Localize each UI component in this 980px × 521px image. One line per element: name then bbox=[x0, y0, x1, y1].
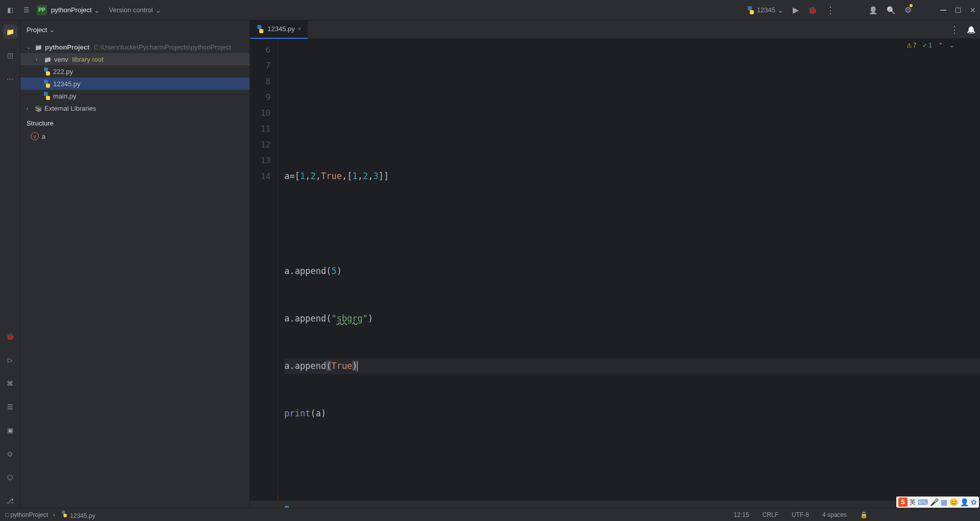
run-tool-icon[interactable]: ▷ bbox=[3, 353, 17, 367]
tree-root[interactable]: ⌄ pythonProject C:\Users\lucke\PycharmPr… bbox=[20, 41, 250, 53]
python-icon bbox=[43, 67, 51, 76]
editor[interactable]: 7 1 ⌃ ⌄ 6 7 8 9 10 11 12 13 14 a=[1,2,Tr… bbox=[250, 39, 980, 501]
settings-icon[interactable] bbox=[904, 5, 912, 15]
cursor-position[interactable]: 12:15 bbox=[734, 511, 749, 518]
tree-venv[interactable]: › venv library root bbox=[20, 53, 250, 65]
tree-file[interactable]: 222.py bbox=[20, 65, 250, 78]
python-icon bbox=[43, 80, 51, 88]
project-selector[interactable]: pythonProject bbox=[51, 6, 100, 14]
editor-tabs: 12345.py × bbox=[250, 20, 980, 39]
warnings-badge[interactable]: 7 bbox=[906, 42, 917, 49]
hexagon-tool-icon[interactable]: ⬡ bbox=[3, 470, 17, 484]
project-type-icon: PP bbox=[37, 5, 47, 15]
ime-tool-icon[interactable]: ⌨ bbox=[918, 498, 928, 506]
terminal-tool-icon[interactable]: ▣ bbox=[3, 423, 17, 437]
python-icon bbox=[61, 511, 68, 517]
chevron-down-icon: ⌄ bbox=[27, 44, 33, 50]
readonly-lock-icon[interactable]: 🔒 bbox=[860, 511, 868, 518]
ime-tool-icon[interactable]: 😊 bbox=[949, 498, 958, 506]
ime-toolbar[interactable]: S 英 ⌨ 🎤 ▦ 😊 👤 ✿ bbox=[896, 497, 979, 508]
ime-tool-icon[interactable]: 👤 bbox=[960, 498, 969, 506]
vcs-tool-icon[interactable]: ⎇ bbox=[3, 493, 17, 508]
chevron-right-icon: › bbox=[27, 106, 33, 111]
more-actions-icon[interactable] bbox=[826, 5, 835, 16]
ime-tool-icon[interactable]: 🎤 bbox=[930, 498, 939, 506]
code-area[interactable]: a=[1,2,True,[1,2,3]] a.append(5) a.appen… bbox=[278, 39, 980, 501]
editor-tab[interactable]: 12345.py × bbox=[250, 20, 308, 39]
statusbar: □ pythonProject › 12345.py 12:15 CRLF UT… bbox=[0, 508, 980, 521]
python-icon bbox=[43, 92, 51, 100]
project-name: pythonProject bbox=[51, 6, 92, 14]
main-area: 12345.py × 7 1 ⌃ ⌄ 6 7 8 9 10 11 12 bbox=[250, 20, 980, 508]
project-sidebar: Project ⌄ pythonProject C:\Users\lucke\P… bbox=[20, 20, 250, 508]
structure-panel-header[interactable]: Structure bbox=[20, 116, 250, 130]
sogou-logo-icon: S bbox=[898, 498, 908, 507]
minimize-button[interactable] bbox=[940, 10, 946, 11]
debug-panel: Debug 12345 × Threads & Variables Consol… bbox=[250, 501, 980, 508]
indent-settings[interactable]: 4 spaces bbox=[822, 511, 847, 518]
main-menu-icon[interactable]: ☰ bbox=[20, 4, 33, 16]
titlebar: ◧ ☰ PP pythonProject Version control 123… bbox=[0, 0, 980, 20]
tree-file[interactable]: main.py bbox=[20, 90, 250, 102]
close-tab-icon[interactable]: × bbox=[298, 26, 302, 33]
inspection-badges: 7 1 ⌃ ⌄ bbox=[906, 42, 954, 49]
debug-tool-icon[interactable]: 🐞 bbox=[3, 329, 17, 343]
search-everywhere-icon[interactable] bbox=[887, 6, 895, 14]
run-config-selector[interactable]: 12345 bbox=[747, 6, 783, 14]
folder-icon bbox=[44, 56, 52, 63]
project-tool-icon[interactable]: 📁 bbox=[3, 24, 17, 39]
debug-panel-header: Debug 12345 × bbox=[250, 501, 980, 508]
editor-more-icon[interactable] bbox=[947, 22, 962, 37]
next-problem-icon[interactable]: ⌄ bbox=[949, 42, 954, 49]
chevron-right-icon: › bbox=[36, 57, 42, 62]
maximize-button[interactable] bbox=[955, 8, 961, 13]
ime-tool-icon[interactable]: ✿ bbox=[971, 498, 977, 506]
file-encoding[interactable]: UTF-8 bbox=[792, 511, 809, 518]
python-console-icon[interactable]: ⌘ bbox=[3, 376, 17, 390]
version-control-menu[interactable]: Version control bbox=[109, 6, 161, 14]
python-icon bbox=[284, 506, 292, 508]
prev-problem-icon[interactable]: ⌃ bbox=[938, 42, 943, 49]
app-logo-icon: ◧ bbox=[4, 4, 16, 16]
close-window-button[interactable] bbox=[970, 6, 976, 14]
tree-external-libs[interactable]: › External Libraries bbox=[20, 102, 250, 114]
structure-tool-icon[interactable]: ◫ bbox=[3, 48, 17, 62]
more-tools-icon[interactable]: ⋯ bbox=[3, 71, 17, 86]
services-tool-icon[interactable]: ☰ bbox=[3, 400, 17, 414]
breadcrumb-root[interactable]: □ pythonProject bbox=[5, 511, 48, 518]
breadcrumb-file[interactable]: 12345.py bbox=[60, 510, 95, 519]
structure-variable[interactable]: v a bbox=[20, 130, 250, 142]
ime-tool-icon[interactable]: ▦ bbox=[941, 498, 947, 506]
text-cursor bbox=[357, 361, 358, 371]
variable-badge-icon: v bbox=[31, 132, 39, 140]
left-tool-rail: 📁 ◫ ⋯ 🐞 ▷ ⌘ ☰ ▣ ⊙ ⬡ ⎇ bbox=[0, 20, 20, 508]
library-icon bbox=[35, 105, 42, 112]
run-button[interactable]: ▶ bbox=[793, 5, 799, 15]
project-panel-header[interactable]: Project bbox=[20, 20, 250, 39]
breadcrumb-separator: › bbox=[53, 511, 55, 518]
project-tree: ⌄ pythonProject C:\Users\lucke\PycharmPr… bbox=[20, 39, 250, 116]
tree-file-selected[interactable]: 12345.py bbox=[20, 78, 250, 90]
line-separator[interactable]: CRLF bbox=[763, 511, 778, 518]
python-icon bbox=[256, 25, 264, 33]
folder-icon bbox=[35, 43, 43, 51]
line-gutter: 6 7 8 9 10 11 12 13 14 bbox=[250, 39, 278, 501]
passes-badge[interactable]: 1 bbox=[922, 42, 932, 49]
debug-button[interactable]: 🐞 bbox=[808, 6, 817, 14]
code-with-me-icon[interactable] bbox=[869, 6, 877, 14]
notifications-icon[interactable] bbox=[964, 22, 978, 37]
python-icon bbox=[747, 6, 755, 14]
problems-tool-icon[interactable]: ⊙ bbox=[3, 446, 17, 461]
